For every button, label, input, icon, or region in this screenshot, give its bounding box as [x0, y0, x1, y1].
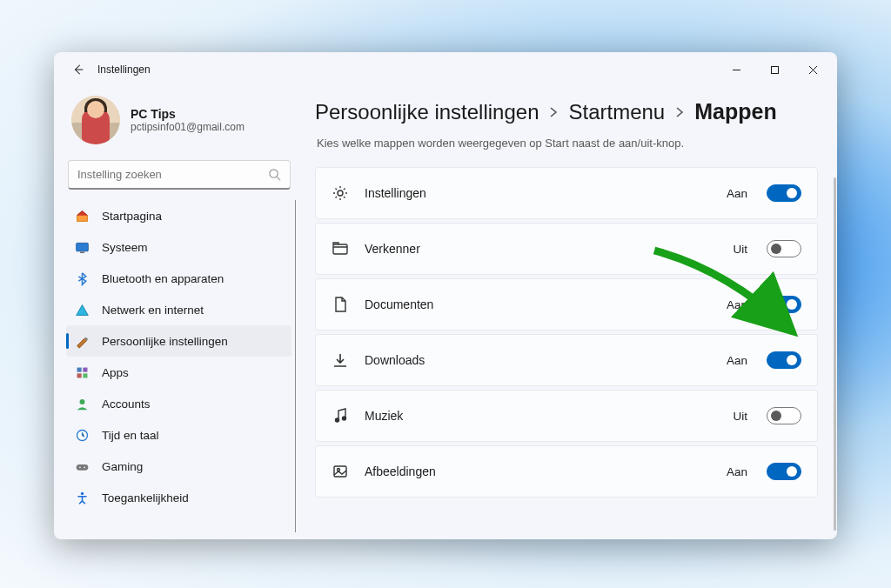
document-icon [332, 296, 349, 313]
sidebar-item-gaming[interactable]: Gaming [66, 451, 291, 482]
setting-label: Instellingen [365, 186, 711, 200]
breadcrumb-current: Mappen [694, 99, 776, 124]
download-icon [332, 351, 349, 369]
explorer-icon [332, 240, 349, 257]
gaming-icon [75, 459, 90, 474]
titlebar: Instellingen [54, 52, 837, 87]
svg-rect-2 [77, 243, 89, 251]
svg-rect-7 [83, 373, 87, 378]
page-subhead: Kies welke mappen worden weergegeven op … [317, 137, 818, 150]
search-icon [268, 168, 281, 181]
sidebar-item-accounts[interactable]: Accounts [66, 388, 291, 419]
main-panel: Persoonlijke instellingen Startmenu Mapp… [299, 87, 837, 539]
sidebar-item-network[interactable]: Netwerk en internet [66, 294, 291, 325]
sidebar-nav: Startpagina Systeem Bluetooth en apparat… [66, 200, 296, 532]
svg-rect-0 [771, 66, 778, 73]
svg-point-19 [338, 469, 340, 471]
sidebar-item-label: Accounts [102, 398, 151, 411]
toggle-switch[interactable] [767, 184, 801, 202]
svg-rect-3 [80, 251, 84, 252]
svg-point-11 [79, 466, 81, 468]
sidebar-item-label: Apps [102, 366, 129, 379]
breadcrumb-mid[interactable]: Startmenu [568, 100, 665, 124]
sidebar-item-label: Gaming [102, 460, 143, 473]
setting-label: Verkenner [365, 242, 718, 256]
window-title: Instellingen [97, 63, 151, 76]
personalize-icon [75, 334, 90, 349]
window-controls [717, 57, 832, 83]
toggle-state-label: Uit [734, 410, 748, 423]
svg-point-1 [270, 170, 278, 177]
profile-block[interactable]: PC Tips pctipsinfo01@gmail.com [66, 87, 296, 160]
toggle-switch[interactable] [767, 463, 801, 480]
search-field[interactable] [68, 160, 291, 190]
breadcrumb: Persoonlijke instellingen Startmenu Mapp… [315, 99, 818, 124]
sidebar-item-label: Persoonlijke instellingen [102, 335, 228, 348]
svg-rect-6 [77, 373, 82, 378]
svg-point-17 [343, 417, 346, 420]
sidebar-item-label: Bluetooth en apparaten [102, 272, 224, 285]
svg-point-12 [84, 466, 85, 468]
minimize-button[interactable] [717, 57, 755, 83]
sidebar-item-apps[interactable]: Apps [66, 357, 291, 388]
chevron-right-icon [675, 106, 684, 118]
setting-row-gear: Instellingen Aan [315, 167, 818, 219]
home-icon [75, 209, 90, 224]
back-button[interactable] [66, 57, 90, 82]
sidebar-item-accessibility[interactable]: Toegankelijkheid [66, 482, 291, 513]
profile-name: PC Tips [131, 107, 245, 121]
toggle-state-label: Aan [727, 354, 747, 367]
window-body: PC Tips pctipsinfo01@gmail.com Startpagi… [54, 87, 837, 539]
gear-icon [332, 184, 349, 202]
setting-row-document: Documenten Aan [315, 278, 818, 331]
setting-row-music: Muziek Uit [315, 390, 818, 442]
svg-rect-10 [77, 464, 89, 470]
close-button[interactable] [794, 57, 832, 83]
maximize-button[interactable] [755, 57, 794, 83]
toggle-state-label: Uit [734, 243, 748, 256]
svg-point-13 [81, 491, 84, 494]
sidebar-item-label: Systeem [102, 241, 148, 254]
toggle-state-label: Aan [727, 465, 747, 478]
accounts-icon [75, 397, 90, 411]
search-input[interactable] [77, 168, 268, 181]
sidebar-item-bluetooth[interactable]: Bluetooth en apparaten [66, 263, 291, 294]
arrow-left-icon [72, 63, 84, 76]
picture-icon [332, 463, 349, 480]
setting-row-explorer: Verkenner Uit [315, 223, 818, 275]
bluetooth-icon [75, 271, 90, 286]
chevron-right-icon [549, 106, 558, 118]
breadcrumb-root[interactable]: Persoonlijke instellingen [315, 100, 539, 124]
avatar [71, 96, 120, 144]
time-icon [75, 428, 90, 443]
sidebar-item-label: Toegankelijkheid [102, 491, 189, 504]
toggle-switch[interactable] [767, 351, 801, 369]
svg-point-14 [338, 190, 343, 196]
music-icon [332, 407, 349, 424]
setting-row-picture: Afbeeldingen Aan [315, 445, 818, 498]
sidebar-item-label: Netwerk en internet [102, 304, 204, 317]
apps-icon [75, 365, 90, 380]
scrollbar[interactable] [834, 177, 836, 531]
toggle-state-label: Aan [727, 187, 747, 200]
svg-point-8 [80, 398, 85, 404]
setting-row-download: Downloads Aan [315, 334, 818, 386]
toggle-switch[interactable] [767, 240, 801, 257]
settings-rows: Instellingen Aan Verkenner Uit Documente… [315, 167, 818, 498]
setting-label: Afbeeldingen [365, 464, 711, 478]
svg-rect-15 [333, 244, 347, 254]
toggle-switch[interactable] [767, 407, 801, 424]
sidebar-item-label: Tijd en taal [102, 429, 159, 442]
sidebar-item-personalize[interactable]: Persoonlijke instellingen [66, 325, 291, 357]
svg-rect-5 [83, 367, 87, 371]
toggle-switch[interactable] [767, 296, 801, 313]
setting-label: Downloads [365, 353, 711, 367]
svg-point-16 [336, 418, 339, 422]
sidebar: PC Tips pctipsinfo01@gmail.com Startpagi… [54, 87, 299, 539]
search-wrap [66, 160, 296, 200]
sidebar-item-home[interactable]: Startpagina [66, 200, 291, 231]
sidebar-item-time[interactable]: Tijd en taal [66, 419, 291, 451]
setting-label: Documenten [365, 297, 711, 311]
profile-email: pctipsinfo01@gmail.com [131, 121, 245, 133]
sidebar-item-system[interactable]: Systeem [66, 231, 291, 263]
